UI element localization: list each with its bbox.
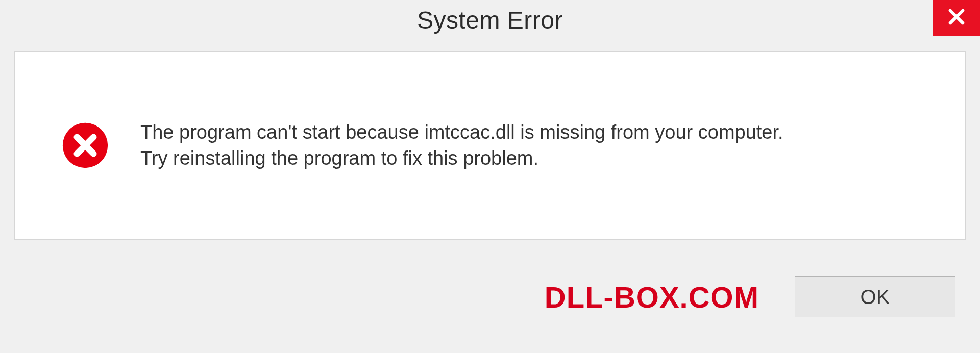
ok-button[interactable]: OK	[795, 276, 955, 317]
watermark-text: DLL-BOX.COM	[545, 280, 759, 314]
error-message: The program can't start because imtccac.…	[140, 119, 783, 172]
titlebar: System Error	[0, 0, 980, 51]
close-button[interactable]	[933, 0, 980, 36]
footer: DLL-BOX.COM OK	[0, 261, 980, 353]
content-panel: The program can't start because imtccac.…	[14, 51, 966, 240]
close-icon	[946, 6, 967, 30]
dialog-title: System Error	[417, 6, 563, 34]
error-circle-x-icon	[61, 121, 110, 170]
